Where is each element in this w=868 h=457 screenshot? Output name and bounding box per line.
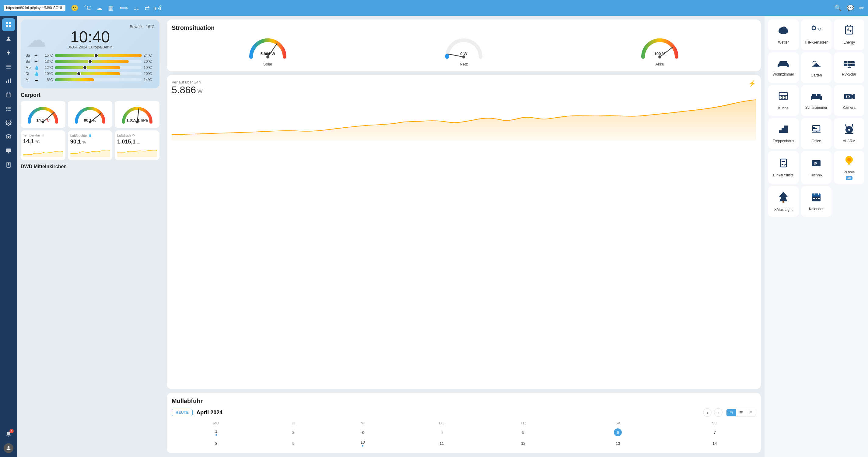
cal-day-7[interactable]: 7 — [673, 427, 756, 438]
room-card-wohnzimmer[interactable]: Wohnzimmer — [768, 52, 799, 83]
room-card-pihole[interactable]: Pi hole An — [834, 151, 864, 184]
sidebar-item-dashboard[interactable] — [2, 18, 15, 31]
arrows-h-icon[interactable]: ⟺ — [119, 4, 128, 11]
sidebar-item-settings[interactable] — [2, 116, 15, 129]
svg-point-91 — [847, 158, 851, 162]
cal-next-button[interactable]: › — [714, 408, 722, 417]
cal-day-3[interactable]: 3 — [326, 427, 399, 438]
cal-day-2[interactable]: 2 — [261, 427, 326, 438]
room-card-schlafzimmer[interactable]: Schlafzimmer — [801, 85, 832, 116]
svg-rect-70 — [820, 97, 822, 100]
cal-month: April 2024 — [196, 409, 222, 416]
verlauf-chart — [172, 98, 756, 141]
sidebar-item-menu[interactable] — [2, 60, 15, 73]
cal-day-10[interactable]: 10 — [326, 438, 399, 449]
room-card-alarm[interactable]: ALARM — [834, 118, 864, 149]
svg-point-17 — [6, 110, 7, 111]
sidebar-item-analytics[interactable] — [2, 74, 15, 87]
cal-today-button[interactable]: HEUTE — [172, 409, 193, 416]
cal-day-11[interactable]: 11 — [399, 438, 484, 449]
sidebar-item-hacs[interactable] — [2, 144, 15, 157]
cal-day-1[interactable]: 1 — [172, 427, 261, 438]
treppenhaus-icon — [778, 124, 789, 137]
room-card-kuche[interactable]: Küche — [768, 85, 799, 116]
room-card-einkaufsliste[interactable]: Einkaufsliste — [768, 151, 799, 184]
smiley-icon[interactable]: 🙂 — [71, 4, 79, 11]
room-card-wetter[interactable]: Wetter — [768, 20, 799, 50]
room-card-energy[interactable]: Energy — [834, 20, 864, 50]
cal-day-13[interactable]: 13 — [562, 438, 673, 449]
edit-icon[interactable]: ✏ — [859, 4, 864, 11]
room-card-pvsolar[interactable]: PV-Solar — [834, 52, 864, 83]
room-card-kalender[interactable]: Kalender — [801, 186, 832, 217]
energy-label: Energy — [843, 40, 855, 45]
cal-day-14[interactable]: 14 — [673, 438, 756, 449]
schlafzimmer-label: Schlafzimmer — [805, 106, 828, 110]
cal-day-5[interactable]: 5 — [484, 427, 562, 438]
svg-rect-71 — [812, 94, 816, 96]
cloud-icon[interactable]: ☁ — [96, 4, 102, 11]
cal-prev-button[interactable]: ‹ — [703, 408, 712, 417]
svg-point-82 — [848, 129, 850, 131]
svg-rect-69 — [811, 97, 812, 100]
celsius-icon[interactable]: °C — [84, 5, 91, 11]
cal-view-grid[interactable]: ⊞ — [726, 409, 736, 416]
cal-day-9[interactable]: 9 — [261, 438, 326, 449]
arrows2-icon[interactable]: ⇄ — [145, 4, 150, 11]
forecast-row-mo: Mo 💧 12°C 19°C — [26, 65, 155, 70]
calendar-grid: MO DI MI DO FR SA SO 1 — [172, 420, 756, 449]
svg-rect-101 — [813, 198, 815, 199]
cal-day-4[interactable]: 4 — [399, 427, 484, 438]
svg-point-28 — [8, 446, 10, 448]
sidebar-item-status[interactable] — [2, 131, 15, 143]
sidebar-item-notes[interactable] — [2, 159, 15, 171]
temp-gauge-card: 14,1 °C — [21, 101, 65, 128]
pihole-badge: An — [846, 176, 852, 180]
topbar: https://m80.iol.pt/player/M80-SOUL 🙂 °C … — [0, 0, 868, 16]
office-label: Office — [811, 139, 821, 143]
sofa-icon[interactable]: 🛋 — [155, 5, 161, 11]
cal-nav: ‹ › — [703, 408, 722, 417]
verlauf-value: 5.866 — [172, 84, 196, 95]
cloud-decoration: ☁ — [27, 29, 46, 51]
room-card-technik[interactable]: IP Technik — [801, 151, 832, 184]
technik-icon: IP — [811, 158, 822, 171]
cal-day-8[interactable]: 8 — [172, 438, 261, 449]
room-card-thp[interactable]: °C THP-Sensoren — [801, 20, 832, 50]
kamera-icon — [843, 91, 855, 104]
grid2-icon[interactable]: ⚏ — [134, 4, 139, 11]
cal-view-compact[interactable]: ⊟ — [746, 409, 756, 416]
cal-day-12[interactable]: 12 — [484, 438, 562, 449]
cal-view-list[interactable]: ☰ — [736, 409, 746, 416]
svg-rect-9 — [8, 80, 9, 83]
sidebar-item-player[interactable] — [2, 442, 15, 455]
akku-label: Akku — [656, 62, 664, 66]
room-card-kamera[interactable]: Kamera — [834, 85, 864, 116]
notification-badge: 1 — [9, 429, 14, 433]
cal-day-6[interactable]: 6 — [562, 427, 673, 438]
svg-rect-0 — [6, 22, 8, 24]
einkaufsliste-icon — [778, 158, 789, 171]
thp-icon: °C — [811, 25, 822, 38]
sidebar-item-energy[interactable] — [2, 46, 15, 59]
room-card-garten[interactable]: Garten — [801, 52, 832, 83]
left-column: ☁ Bewölkt, 16°C 10:40 06.04.2024 Europe/… — [17, 16, 163, 457]
svg-rect-54 — [779, 61, 787, 64]
kalender-icon — [811, 192, 822, 205]
sidebar-item-notification[interactable]: 1 — [2, 428, 15, 440]
tablet-icon[interactable]: ▦ — [108, 4, 114, 11]
sidebar-item-user[interactable] — [2, 32, 15, 45]
sidebar-item-list[interactable] — [2, 103, 15, 115]
verlauf-card: Verlauf über 24h 5.866 W ⚡ — [167, 75, 761, 389]
mull-card: Müllabfuhr HEUTE April 2024 ‹ › ⊞ ☰ ⊟ — [167, 393, 761, 453]
chat-icon[interactable]: 💬 — [847, 4, 854, 11]
kuche-label: Küche — [778, 106, 788, 110]
search-icon[interactable]: 🔍 — [834, 4, 842, 11]
svg-text:0 W: 0 W — [460, 52, 467, 56]
verlauf-flash-icon: ⚡ — [748, 80, 756, 87]
room-card-xmas[interactable]: XMas Light — [768, 186, 799, 217]
room-card-office[interactable]: Office — [801, 118, 832, 149]
weather-description: Bewölkt, 16°C — [130, 24, 155, 29]
room-card-treppenhaus[interactable]: Treppenhaus — [768, 118, 799, 149]
sidebar-item-calendar[interactable] — [2, 88, 15, 101]
